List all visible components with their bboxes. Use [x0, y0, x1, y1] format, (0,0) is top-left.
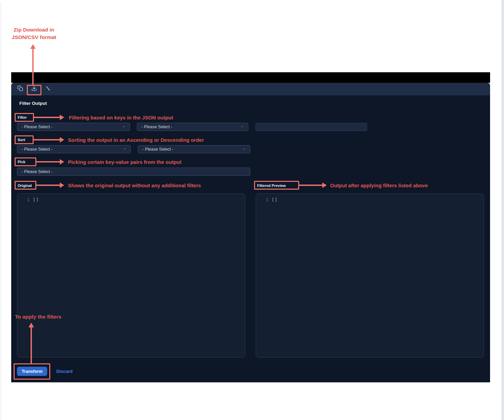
filtered-preview-editor[interactable]: 1 []	[256, 193, 484, 358]
original-editor[interactable]: 1 []	[17, 193, 245, 358]
filtered-preview-code-content: []	[272, 197, 278, 202]
copy-icon	[17, 85, 23, 93]
annotation-box-filtered-preview	[254, 181, 299, 190]
annotation-sort-arrowhead	[60, 137, 64, 142]
chevron-down-icon	[123, 147, 126, 152]
annotation-box-download	[27, 85, 41, 95]
sort-key-select[interactable]: - Please Select -	[17, 145, 131, 153]
annotation-zip-line2: JSON/CSV format	[6, 34, 62, 41]
annotation-pick-text: Picking certain key-value pairs from the…	[68, 159, 181, 165]
minimize-icon	[45, 85, 51, 93]
filter-key-select[interactable]: - Please Select -	[17, 123, 130, 131]
annotation-pick-arrow-line	[36, 161, 60, 163]
annotation-box-original	[15, 181, 36, 190]
sort-order-select[interactable]: - Please Select -	[138, 145, 250, 153]
annotation-zip-line1: Zip Download in	[6, 26, 62, 34]
annotation-box-pick	[15, 157, 36, 166]
annotation-filter-text: Filtering based on keys in the JSON outp…	[69, 114, 173, 121]
annotation-transform-arrow-line	[31, 327, 32, 364]
annotation-zip-arrow-line	[32, 48, 34, 85]
window-top-strip	[11, 72, 490, 83]
filtered-preview-line-number: 1	[265, 197, 268, 202]
scrollbar[interactable]	[501, 0, 504, 420]
annotation-original-arrowhead	[60, 183, 64, 188]
chevron-down-icon	[122, 125, 126, 129]
original-code-line: 1 []	[17, 194, 245, 202]
annotation-sort-arrow-line	[34, 139, 60, 140]
annotation-sort-text: Sorting the output in an Ascending or De…	[68, 137, 204, 143]
filter-value-input[interactable]	[255, 123, 367, 131]
sort-order-select-value: - Please Select -	[142, 147, 174, 152]
page-left-border	[1, 2, 1, 420]
original-line-number: 1	[26, 197, 30, 202]
annotation-transform-text: To apply the filters	[15, 313, 61, 320]
chevron-down-icon	[240, 125, 244, 129]
annotation-box-transform	[14, 363, 50, 380]
annotation-box-sort	[15, 135, 34, 144]
annotation-original-text: Shows the original output without any ad…	[68, 182, 201, 189]
page-title: Filter Output	[19, 101, 47, 106]
original-code-content: []	[33, 197, 39, 202]
filter-operator-select-value: - Please Select -	[141, 125, 173, 129]
annotation-filtered-arrow-line	[299, 185, 322, 186]
pick-select[interactable]: - Please Select -	[17, 168, 250, 176]
chevron-down-icon	[242, 147, 246, 152]
toolbar	[11, 83, 490, 95]
filtered-preview-code-line: 1 []	[256, 194, 484, 202]
annotation-pick-arrowhead	[60, 159, 64, 165]
annotation-filter-arrow-line	[34, 117, 60, 118]
filter-operator-select[interactable]: - Please Select -	[137, 123, 248, 131]
pick-select-value: - Please Select -	[21, 169, 53, 174]
annotation-filtered-text: Output after applying filters listed abo…	[330, 182, 428, 189]
annotation-zip-download-text: Zip Download in JSON/CSV format	[6, 26, 62, 41]
filter-value-input-field[interactable]	[260, 125, 363, 129]
annotation-filtered-arrowhead	[322, 183, 327, 188]
minimize-button[interactable]	[45, 86, 51, 92]
annotation-filter-arrowhead	[60, 115, 64, 120]
annotation-box-filter	[15, 113, 34, 122]
discard-button[interactable]: Discard	[56, 369, 73, 374]
sort-key-select-value: - Please Select -	[21, 147, 53, 152]
filter-key-select-value: - Please Select -	[21, 125, 53, 129]
annotation-original-arrow-line	[36, 185, 60, 186]
copy-button[interactable]	[17, 86, 23, 92]
